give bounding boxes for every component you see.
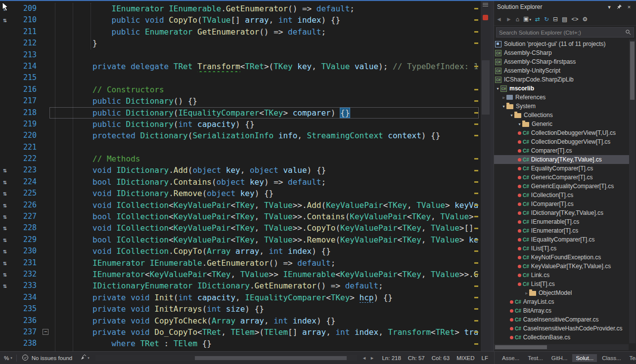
tree-item-iequalitycomparer-t-cs[interactable]: C#IEqualityComparer[T].cs	[494, 235, 630, 244]
tree-item-collectionbase-cs[interactable]: C#CollectionBase.cs	[494, 333, 630, 342]
tree-item-icsharpcode-sharpziplib[interactable]: C#ICSharpCode.SharpZipLib	[494, 75, 630, 84]
panel-vertical-scrollbar[interactable]	[629, 40, 636, 343]
code-line-233[interactable]: ⇅233 IDictionaryEnumerator IDictionary.G…	[0, 280, 491, 291]
close-icon[interactable]: ×	[625, 4, 633, 10]
forward-icon[interactable]: ►	[506, 16, 512, 23]
code-line-211[interactable]: 211 public Enumerator GetEnumerator() =>…	[0, 26, 491, 38]
code-line-213[interactable]: 213	[0, 49, 491, 61]
code-line-219[interactable]: 219 public Dictionary(int capacity) {}	[0, 119, 491, 130]
tree-item-keynotfoundexception-cs[interactable]: C#KeyNotFoundException.cs	[494, 253, 630, 262]
pin-icon[interactable]	[615, 4, 623, 10]
tree-item-caseinsensitivehashcodeprovider-cs[interactable]: C#CaseInsensitiveHashCodeProvider.cs	[494, 324, 630, 333]
tree-item-keyvaluepair-tkey-tvalue-cs[interactable]: C#KeyValuePair[TKey,TValue].cs	[494, 262, 630, 271]
code-line-218[interactable]: 218 public Dictionary(IEqualityComparer<…	[0, 107, 491, 119]
tree-item-collectiondebuggerview-t-cs[interactable]: C#CollectionDebuggerView[T].cs	[494, 137, 630, 146]
scroll-right-button[interactable]: ►	[368, 352, 376, 364]
collapse-arrow-icon[interactable]: ▾	[517, 122, 522, 126]
tree-item-equalitycomparer-t-cs[interactable]: C#EqualityComparer[T].cs	[494, 164, 630, 173]
scroll-left-button[interactable]: ◄	[360, 352, 368, 364]
code-line-228[interactable]: ⇅228 void ICollection<KeyValuePair<TKey,…	[0, 222, 491, 234]
scrollbar-thumb[interactable]	[482, 60, 490, 115]
expand-arrow-icon[interactable]: ▹	[524, 291, 529, 295]
properties-icon[interactable]: ⚙	[582, 16, 588, 23]
tool-tab-test[interactable]: Test...	[524, 354, 546, 362]
tree-item-assembly-unityscript[interactable]: C#Assembly-UnityScript	[494, 66, 630, 75]
code-line-235[interactable]: 235 private void InitArrays(int size) {}	[0, 303, 491, 315]
code-line-226[interactable]: ⇅226 void ICollection<KeyValuePair<TKey,…	[0, 200, 491, 211]
tree-item-genericequalitycomparer-t-cs[interactable]: C#GenericEqualityComparer[T].cs	[494, 182, 630, 191]
search-icon[interactable]	[625, 28, 631, 37]
tree-item-arraylist-cs[interactable]: C#ArrayList.cs	[494, 297, 630, 306]
tree-item-icollection-t-cs[interactable]: C#ICollection[T].cs	[494, 191, 630, 200]
tool-tab-asse[interactable]: Asse...	[499, 354, 523, 362]
line-indicator[interactable]: Ln: 218	[382, 355, 401, 361]
code-line-212[interactable]: 212 }	[0, 38, 491, 49]
code-line-217[interactable]: 217 public Dictionary() {}	[0, 95, 491, 107]
indent-mode-indicator[interactable]: MIXED	[456, 355, 474, 361]
view-code-icon[interactable]: <>	[571, 16, 578, 23]
code-line-214[interactable]: 214 private delegate TRet Transform<TRet…	[0, 61, 491, 72]
tree-item-assembly-csharp-firstpass[interactable]: C#Assembly-CSharp-firstpass	[494, 57, 630, 66]
document-health-indicator[interactable]: No issues found	[17, 352, 77, 364]
tree-item-list-t-cs[interactable]: C#List[T].cs	[494, 280, 630, 288]
code-line-227[interactable]: ⇅227 bool ICollection<KeyValuePair<TKey,…	[0, 211, 491, 222]
code-line-230[interactable]: ⇅230 void ICollection.CopyTo(Array array…	[0, 245, 491, 257]
tool-tab-class[interactable]: Class...	[598, 354, 624, 362]
code-editor[interactable]: ⇅209 IEnumerator IEnumerable.GetEnumerat…	[0, 1, 491, 351]
scrollbar-thumb[interactable]	[495, 345, 547, 349]
char-indicator[interactable]: Ch: 57	[408, 355, 425, 361]
editor-vertical-scrollbar[interactable]	[481, 1, 491, 351]
code-cleanup-button[interactable]: ▾	[77, 352, 92, 364]
tree-item-genericcomparer-t-cs[interactable]: C#GenericComparer[T].cs	[494, 173, 630, 182]
tree-item-icomparer-t-cs[interactable]: C#IComparer[T].cs	[494, 200, 630, 208]
tool-tab-gith[interactable]: GitH...	[548, 354, 571, 362]
tool-tab-solut[interactable]: Solut...	[572, 354, 597, 362]
scrollbar-thumb[interactable]	[195, 356, 347, 360]
code-line-224[interactable]: ⇅224 bool IDictionary.Contains(object ke…	[0, 176, 491, 188]
tree-item-references[interactable]: ▹References	[494, 93, 630, 102]
tree-item-comparer-t-cs[interactable]: C#Comparer[T].cs	[494, 146, 630, 155]
collapse-arrow-icon[interactable]: ▾	[509, 113, 514, 118]
code-line-238[interactable]: 238 where TRet : TElem {}	[0, 338, 491, 349]
tree-item-idictionary-tkey-tvalue-cs[interactable]: C#IDictionary[TKey,TValue].cs	[494, 208, 630, 217]
tree-item-ienumerable-t-cs[interactable]: C#IEnumerable[T].cs	[494, 217, 630, 226]
code-line-209[interactable]: ⇅209 IEnumerator IEnumerable.GetEnumerat…	[0, 3, 491, 14]
tree-item-collectiondebuggerview-t-u-cs[interactable]: C#CollectionDebuggerView[T,U].cs	[494, 128, 630, 137]
tree-item-assembly-csharp[interactable]: C#Assembly-CSharp	[494, 48, 630, 57]
line-ending-indicator[interactable]: LF	[482, 355, 488, 361]
editor-horizontal-scrollbar[interactable]	[95, 355, 358, 361]
code-line-220[interactable]: 220 protected Dictionary(SerializationIn…	[0, 130, 491, 141]
tree-item-link-cs[interactable]: C#Link.cs	[494, 271, 630, 280]
code-line-225[interactable]: ⇅225 void IDictionary.Remove(object key)…	[0, 188, 491, 199]
home-icon[interactable]: ⌂	[516, 16, 519, 23]
split-grip[interactable]	[483, 3, 488, 7]
tree-item-solution-project-gui-11-of-11-projects[interactable]: Solution 'project-gui' (11 of 11 project…	[494, 40, 630, 48]
collapse-all-icon[interactable]: ⊟	[553, 16, 558, 23]
code-line-215[interactable]: 215	[0, 72, 491, 83]
code-line-222[interactable]: 222 // Methods	[0, 153, 491, 164]
tree-item-dictionary-tkey-tvalue-cs[interactable]: C#Dictionary[TKey,TValue].cs	[494, 155, 630, 164]
tree-item-caseinsensitivecomparer-cs[interactable]: C#CaseInsensitiveComparer.cs	[494, 315, 630, 324]
code-line-236[interactable]: 236 private void CopyToCheck(Array array…	[0, 315, 491, 326]
code-line-232[interactable]: ⇅232 IEnumerator<KeyValuePair<TKey, TVal…	[0, 269, 491, 280]
code-line-229[interactable]: ⇅229 bool ICollection<KeyValuePair<TKey,…	[0, 234, 491, 245]
scrollbar-thumb[interactable]	[630, 41, 635, 100]
fold-collapse-icon[interactable]: −	[43, 329, 48, 335]
expand-arrow-icon[interactable]: ▹	[501, 95, 506, 100]
show-all-files-icon[interactable]: ▤	[562, 16, 567, 23]
refresh-icon[interactable]: ↻	[544, 16, 549, 23]
tree-item-collections[interactable]: ▾Collections	[494, 111, 630, 120]
code-line-221[interactable]: 221	[0, 142, 491, 153]
tree-item-ienumerator-t-cs[interactable]: C#IEnumerator[T].cs	[494, 226, 630, 235]
back-icon[interactable]: ◄	[496, 16, 502, 23]
code-line-210[interactable]: ⇅210 public void CopyTo(TValue[] array, …	[0, 14, 491, 26]
tree-item-generic[interactable]: ▾Generic	[494, 120, 630, 128]
code-line-234[interactable]: 234 private void Init(int capacity, IEqu…	[0, 292, 491, 303]
tree-item-ilist-t-cs[interactable]: C#IList[T].cs	[494, 244, 630, 253]
collapse-arrow-icon[interactable]: ▾	[501, 104, 506, 109]
tree-item-bitarray-cs[interactable]: C#BitArray.cs	[494, 306, 630, 315]
code-line-231[interactable]: ⇅231 IEnumerator IEnumerable.GetEnumerat…	[0, 257, 491, 269]
tree-item-objectmodel[interactable]: ▹ObjectModel	[494, 288, 630, 297]
window-position-icon[interactable]: ▾	[605, 4, 613, 10]
tree-item-system[interactable]: ▾System	[494, 102, 630, 111]
